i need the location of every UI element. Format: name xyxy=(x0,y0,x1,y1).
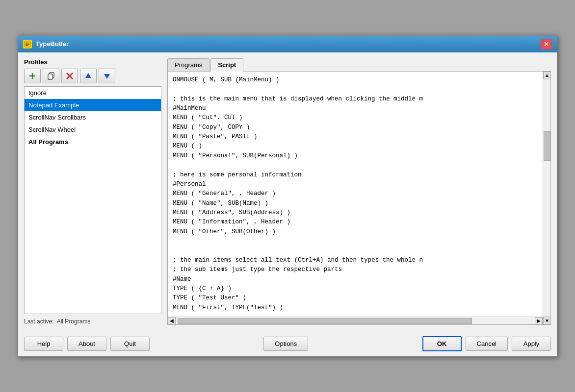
last-active-label: Last active: xyxy=(24,318,54,325)
about-button[interactable]: About xyxy=(67,337,106,351)
horizontal-scroll-thumb[interactable] xyxy=(178,318,472,324)
move-down-button[interactable] xyxy=(99,69,115,83)
profiles-label: Profiles xyxy=(24,58,161,66)
profile-item-scrollnav-scrollbars[interactable]: ScrollNav Scrollbars xyxy=(25,111,161,123)
move-up-button[interactable] xyxy=(80,69,97,83)
profile-item-all-programs[interactable]: All Programs xyxy=(25,136,161,148)
scroll-down-arrow[interactable]: ▼ xyxy=(543,317,550,324)
profile-item-ignore[interactable]: Ignore xyxy=(25,87,161,99)
last-active-value: All Programs xyxy=(57,318,91,325)
scroll-right-arrow[interactable]: ▶ xyxy=(535,317,543,325)
title-bar-left: TypeButler xyxy=(23,40,69,49)
left-panel: Profiles Ignore xyxy=(24,58,161,325)
title-bar: TypeButler ✕ xyxy=(18,36,557,52)
cancel-button[interactable]: Cancel xyxy=(466,337,508,351)
scroll-left-arrow[interactable]: ◀ xyxy=(168,317,176,325)
last-active-row: Last active: All Programs xyxy=(24,318,161,325)
right-panel: Programs Script ONMOUSE ( M, SUB (MainMe… xyxy=(167,58,551,325)
profiles-toolbar xyxy=(24,69,161,83)
svg-marker-10 xyxy=(85,73,91,78)
close-button[interactable]: ✕ xyxy=(541,39,552,49)
window-body: Profiles Ignore xyxy=(18,52,557,331)
bottom-bar: Help About Quit Options OK Cancel Apply xyxy=(18,331,557,356)
script-editor-container: ONMOUSE ( M, SUB (MainMenu) ) ; this is … xyxy=(167,72,551,325)
copy-profile-button[interactable] xyxy=(43,69,59,83)
profile-item-scrollnav-wheel[interactable]: ScrollNav Wheel xyxy=(25,123,161,136)
app-icon xyxy=(23,40,32,49)
svg-rect-2 xyxy=(26,44,29,45)
profile-item-notepad[interactable]: Notepad Example xyxy=(25,99,161,111)
ok-button[interactable]: OK xyxy=(422,336,462,351)
svg-rect-3 xyxy=(26,45,28,46)
tabs-bar: Programs Script xyxy=(167,58,551,72)
script-editor[interactable]: ONMOUSE ( M, SUB (MainMenu) ) ; this is … xyxy=(168,72,543,317)
horizontal-scrollbar[interactable]: ◀ ▶ xyxy=(168,317,543,324)
script-content: ONMOUSE ( M, SUB (MainMenu) ) ; this is … xyxy=(173,76,423,311)
window-title: TypeButler xyxy=(36,40,69,48)
delete-profile-button[interactable] xyxy=(61,69,78,83)
main-window: TypeButler ✕ Profiles xyxy=(18,35,557,357)
vertical-scrollbar[interactable]: ▲ ▼ xyxy=(543,72,550,324)
options-button[interactable]: Options xyxy=(263,337,308,351)
profiles-list: Ignore Notepad Example ScrollNav Scrollb… xyxy=(24,86,161,314)
quit-button[interactable]: Quit xyxy=(110,337,150,351)
tab-programs[interactable]: Programs xyxy=(167,58,209,71)
svg-marker-11 xyxy=(104,74,110,79)
vertical-scroll-thumb[interactable] xyxy=(544,131,550,161)
svg-rect-7 xyxy=(48,74,52,79)
tab-script[interactable]: Script xyxy=(210,58,243,72)
add-profile-button[interactable] xyxy=(24,69,41,83)
scroll-up-arrow[interactable]: ▲ xyxy=(543,72,550,79)
svg-rect-1 xyxy=(26,43,29,44)
help-button[interactable]: Help xyxy=(24,337,63,351)
apply-button[interactable]: Apply xyxy=(512,337,551,351)
